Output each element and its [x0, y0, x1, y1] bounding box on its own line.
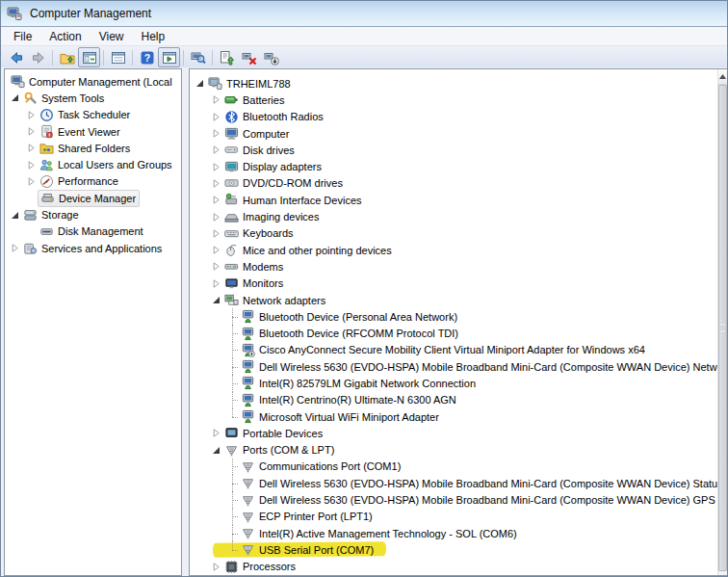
expander-expanded-icon[interactable] [210, 292, 222, 308]
computer-icon [222, 126, 240, 141]
title-bar[interactable]: Computer Management [1, 1, 727, 27]
tree-item-system-tools[interactable]: System Tools [5, 90, 181, 106]
tree-item-bluetooth-radios[interactable]: Bluetooth Radios [190, 109, 727, 125]
tree-item-device-manager[interactable]: Device Manager [5, 190, 181, 206]
tree-item-intel-r-centrino-r-ultimate-n-6300-agn[interactable]: Intel(R) Centrino(R) Ultimate-N 6300 AGN [190, 392, 727, 408]
back-button[interactable] [5, 47, 27, 67]
expander-collapsed-icon[interactable] [210, 559, 222, 575]
tree-item-trheiml788[interactable]: TRHEIML788 [190, 75, 727, 92]
update-driver-button[interactable] [216, 47, 238, 67]
expander-collapsed-icon[interactable] [210, 175, 222, 192]
expander-collapsed-icon[interactable] [210, 125, 222, 142]
show-console-tree-button[interactable] [78, 47, 100, 67]
tree-item-computer-management-local[interactable]: Computer Management (Local [5, 73, 181, 90]
tree-item-disk-drives[interactable]: Disk drives [190, 142, 727, 158]
expander-collapsed-icon[interactable] [210, 192, 222, 208]
expander-collapsed-icon[interactable] [210, 425, 222, 441]
window-play-icon [162, 50, 177, 66]
menu-action[interactable]: Action [40, 29, 90, 44]
expander-collapsed-icon[interactable] [25, 156, 38, 172]
toolbar-separator [132, 50, 133, 66]
export-list-button[interactable] [107, 47, 129, 67]
expander-collapsed-icon[interactable] [210, 275, 222, 292]
expander-collapsed-icon[interactable] [210, 109, 222, 125]
tree-item-communications-port-com1[interactable]: Communications Port (COM1) [190, 459, 727, 475]
tree-item-dell-wireless-5630-evdo-hspa-mobile-broadb[interactable]: Dell Wireless 5630 (EVDO-HSPA) Mobile Br… [190, 491, 727, 508]
tree-item-event-viewer[interactable]: Event Viewer [5, 123, 181, 140]
expander-spacer [25, 190, 38, 206]
folder-up-icon [60, 50, 75, 66]
network-category-icon [222, 293, 240, 307]
tree-item-label: Intel(R) Active Management Technology - … [256, 528, 517, 539]
tree-item-imaging-devices[interactable]: Imaging devices [190, 208, 727, 224]
tree-item-label: Monitors [240, 277, 283, 289]
tree-item-disk-management[interactable]: Disk Management [5, 223, 181, 240]
tree-item-monitors[interactable]: Monitors [190, 275, 727, 292]
tree-item-human-interface-devices[interactable]: Human Interface Devices [190, 192, 727, 208]
tree-item-computer[interactable]: Computer [190, 125, 727, 142]
vertical-scrollbar[interactable] [717, 69, 727, 575]
tree-item-usb-serial-port-com7[interactable]: USB Serial Port (COM7) [190, 541, 727, 558]
tree-item-ecp-printer-port-lpt1[interactable]: ECP Printer Port (LPT1) [190, 509, 727, 525]
tree-item-microsoft-virtual-wifi-miniport-adapter[interactable]: Microsoft Virtual WiFi Miniport Adapter [190, 408, 727, 425]
scan-hardware-changes-button[interactable] [187, 47, 209, 67]
tree-item-task-scheduler[interactable]: Task Scheduler [5, 107, 181, 123]
tree-item-performance[interactable]: Performance [5, 173, 181, 190]
expander-collapsed-icon[interactable] [25, 123, 38, 140]
help-icon: ? [140, 50, 155, 66]
menu-file[interactable]: File [5, 29, 40, 44]
tree-item-dell-wireless-5630-evdo-hspa-mobile-broadb[interactable]: Dell Wireless 5630 (EVDO-HSPA) Mobile Br… [190, 358, 727, 375]
tree-item-network-adapters[interactable]: Network adapters [190, 292, 727, 308]
tree-connector [226, 491, 239, 508]
tree-item-label: TRHEIML788 [223, 78, 291, 90]
forward-button[interactable] [27, 47, 49, 67]
expander-expanded-icon[interactable] [194, 75, 206, 92]
serial-port-icon [239, 526, 256, 540]
expander-collapsed-icon[interactable] [210, 92, 222, 108]
expander-expanded-icon[interactable] [9, 206, 21, 223]
expander-collapsed-icon[interactable] [210, 158, 222, 174]
tree-item-portable-devices[interactable]: Portable Devices [190, 425, 727, 441]
expander-collapsed-icon[interactable] [9, 240, 21, 256]
help-button[interactable]: ? [136, 47, 158, 67]
tree-item-dvd-cd-rom-drives[interactable]: DVD/CD-ROM drives [190, 175, 727, 192]
scrollbar-thumb[interactable] [718, 85, 727, 571]
tree-item-services-and-applications[interactable]: Services and Applications [5, 240, 181, 256]
tree-item-mice-and-other-pointing-devices[interactable]: Mice and other pointing devices [190, 242, 727, 258]
expander-expanded-icon[interactable] [210, 442, 222, 459]
menu-help[interactable]: Help [133, 29, 174, 44]
tree-item-dell-wireless-5630-evdo-hspa-mobile-broadb[interactable]: Dell Wireless 5630 (EVDO-HSPA) Mobile Br… [190, 475, 727, 491]
tree-item-intel-r-82579lm-gigabit-network-connection[interactable]: Intel(R) 82579LM Gigabit Network Connect… [190, 375, 727, 391]
expander-collapsed-icon[interactable] [25, 140, 38, 156]
tree-item-bluetooth-device-rfcomm-protocol-tdi[interactable]: Bluetooth Device (RFCOMM Protocol TDI) [190, 325, 727, 341]
tree-item-display-adapters[interactable]: Display adapters [190, 158, 727, 174]
window-title: Computer Management [30, 7, 151, 20]
tree-item-ports-com-lpt[interactable]: Ports (COM & LPT) [190, 442, 727, 459]
disable-device-button[interactable] [238, 47, 260, 67]
tree-item-label: Portable Devices [240, 428, 323, 439]
tree-item-label: USB Serial Port (COM7) [256, 544, 374, 556]
expander-collapsed-icon[interactable] [25, 173, 38, 190]
tree-item-batteries[interactable]: Batteries [190, 92, 727, 108]
tree-item-intel-r-active-management-technology-sol-c[interactable]: Intel(R) Active Management Technology - … [190, 525, 727, 541]
expander-collapsed-icon[interactable] [210, 142, 222, 158]
tree-item-storage[interactable]: Storage [5, 206, 181, 223]
tree-item-modems[interactable]: Modems [190, 258, 727, 275]
up-level-button[interactable] [56, 47, 78, 67]
expander-collapsed-icon[interactable] [210, 242, 222, 258]
menu-view[interactable]: View [91, 29, 133, 44]
tree-item-processors[interactable]: Processors [190, 559, 727, 575]
expander-collapsed-icon[interactable] [25, 107, 38, 123]
uninstall-device-button[interactable] [260, 47, 282, 67]
expander-collapsed-icon[interactable] [210, 225, 222, 242]
show-action-pane-button[interactable] [158, 47, 180, 67]
tree-item-cisco-anyconnect-secure-mobility-client-vi[interactable]: Cisco AnyConnect Secure Mobility Client … [190, 342, 727, 358]
tree-item-local-users-and-groups[interactable]: Local Users and Groups [5, 156, 181, 172]
scroll-up-button[interactable] [718, 69, 727, 85]
expander-expanded-icon[interactable] [9, 90, 21, 106]
tree-item-keyboards[interactable]: Keyboards [190, 225, 727, 242]
expander-collapsed-icon[interactable] [210, 208, 222, 224]
expander-collapsed-icon[interactable] [210, 258, 222, 275]
tree-item-shared-folders[interactable]: Shared Folders [5, 140, 181, 156]
tree-item-bluetooth-device-personal-area-network[interactable]: Bluetooth Device (Personal Area Network) [190, 308, 727, 325]
